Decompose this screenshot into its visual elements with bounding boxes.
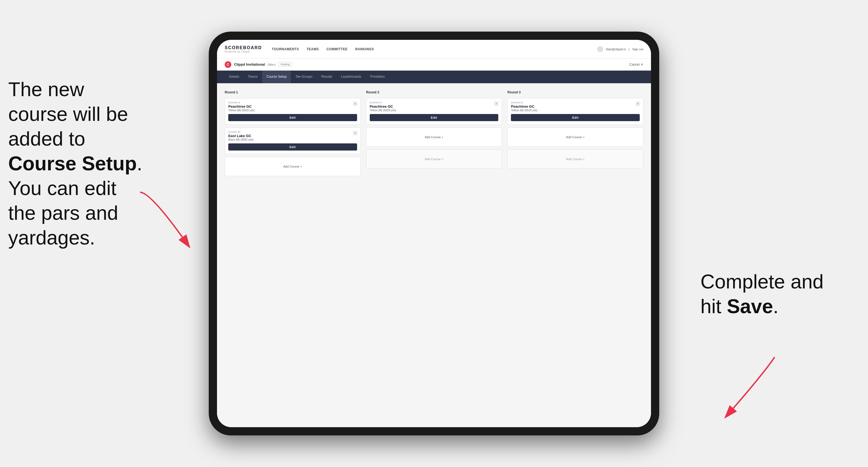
add-course-r2-active[interactable]: Add Course + bbox=[366, 127, 502, 147]
tab-details[interactable]: Details bbox=[225, 71, 244, 83]
tablet-frame: SCOREBOARD Powered by clippd TOURNAMENTS… bbox=[209, 32, 659, 435]
edit-button-r1b[interactable]: Edit bbox=[228, 144, 357, 151]
round-2-col: Round 2 ✕ (Course A) Peachtree GC Yellow… bbox=[366, 90, 502, 176]
round-3-label: Round 3 bbox=[507, 90, 643, 94]
main-content: Round 1 ✕ (Course A) Peachtree GC Yellow… bbox=[217, 83, 651, 427]
rounds-grid: Round 1 ✕ (Course A) Peachtree GC Yellow… bbox=[225, 90, 643, 176]
course-details-r1a: Yellow (M) (6629 yds) bbox=[228, 109, 357, 112]
course-name-r1b: East Lake GC bbox=[228, 134, 357, 138]
add-course-r3-active[interactable]: Add Course + bbox=[507, 127, 643, 147]
nav-teams[interactable]: TEAMS bbox=[307, 46, 319, 52]
add-course-r2-disabled: Add Course + bbox=[366, 150, 502, 169]
course-name-r3a: Peachtree GC bbox=[511, 104, 640, 108]
add-course-label-r3-active: Add Course + bbox=[566, 135, 585, 139]
tournament-info: C Clippd Invitational (Men) Hosting bbox=[225, 61, 292, 68]
tab-results[interactable]: Results bbox=[317, 71, 337, 83]
right-annotation: Complete and hit Save. bbox=[701, 269, 860, 319]
course-tag-r1b: (Course B) bbox=[228, 130, 357, 133]
course-card-r1b: ✕ (Course B) East Lake GC Black (M) (689… bbox=[225, 127, 361, 154]
delete-icon-r1a[interactable]: ✕ bbox=[353, 101, 358, 106]
sub-header: C Clippd Invitational (Men) Hosting Canc… bbox=[217, 59, 651, 71]
round-1-label: Round 1 bbox=[225, 90, 361, 94]
course-tag-r2a: (Course A) bbox=[370, 101, 499, 104]
edit-button-r3a[interactable]: Edit bbox=[511, 114, 640, 121]
course-tag-r1a: (Course A) bbox=[228, 101, 357, 104]
course-card-r2a: ✕ (Course A) Peachtree GC Yellow (M) (66… bbox=[366, 98, 502, 125]
sign-out-link[interactable]: Sign out bbox=[632, 48, 643, 51]
course-name-r2a: Peachtree GC bbox=[370, 104, 499, 108]
edit-button-r2a[interactable]: Edit bbox=[370, 114, 499, 121]
tab-teams[interactable]: Teams bbox=[244, 71, 262, 83]
delete-icon-r1b[interactable]: ✕ bbox=[353, 130, 358, 135]
tab-course-setup[interactable]: Course Setup bbox=[262, 71, 291, 83]
round-2-label: Round 2 bbox=[366, 90, 502, 94]
user-area: blair@clippd.io | Sign out bbox=[597, 46, 643, 52]
delete-icon-r3a[interactable]: ✕ bbox=[636, 101, 640, 106]
sign-out-separator: | bbox=[629, 48, 629, 51]
tab-leaderboards[interactable]: Leaderboards bbox=[337, 71, 366, 83]
nav-rankings[interactable]: RANKINGS bbox=[355, 46, 374, 52]
logo-sub: Powered by clippd bbox=[225, 50, 262, 53]
course-name-r1a: Peachtree GC bbox=[228, 104, 357, 108]
tablet-screen: SCOREBOARD Powered by clippd TOURNAMENTS… bbox=[217, 40, 651, 427]
tournament-gender: (Men) bbox=[268, 63, 276, 66]
nav-links: TOURNAMENTS TEAMS COMMITTEE RANKINGS bbox=[272, 46, 597, 52]
add-course-r1[interactable]: Add Course + bbox=[225, 157, 361, 176]
add-course-label-r2-disabled: Add Course + bbox=[425, 157, 443, 161]
clippd-logo: C bbox=[225, 61, 231, 68]
edit-button-r1a[interactable]: Edit bbox=[228, 114, 357, 121]
cancel-button[interactable]: Cancel ✕ bbox=[629, 63, 643, 66]
add-course-label-r3-disabled: Add Course + bbox=[566, 157, 585, 161]
tournament-name: Clippd Invitational bbox=[234, 62, 265, 66]
top-nav: SCOREBOARD Powered by clippd TOURNAMENTS… bbox=[217, 40, 651, 59]
nav-tournaments[interactable]: TOURNAMENTS bbox=[272, 46, 299, 52]
tab-tee-groups[interactable]: Tee Groups bbox=[291, 71, 317, 83]
logo-area: SCOREBOARD Powered by clippd bbox=[225, 45, 262, 53]
right-arrow bbox=[692, 352, 780, 429]
delete-icon-r2a[interactable]: ✕ bbox=[494, 101, 499, 106]
add-course-label-r1: Add Course + bbox=[283, 165, 302, 168]
add-course-label-r2-active: Add Course + bbox=[425, 135, 443, 139]
course-card-r3a: ✕ (Course A) Peachtree GC Yellow (M) (66… bbox=[507, 98, 643, 125]
course-details-r2a: Yellow (M) (6629 yds) bbox=[370, 109, 499, 112]
nav-committee[interactable]: COMMITTEE bbox=[327, 46, 348, 52]
user-email: blair@clippd.io bbox=[606, 48, 626, 51]
tab-printables[interactable]: Printables bbox=[366, 71, 389, 83]
course-tag-r3a: (Course A) bbox=[511, 101, 640, 104]
hosting-badge: Hosting bbox=[278, 62, 292, 67]
tab-bar: Details Teams Course Setup Tee Groups Re… bbox=[217, 71, 651, 83]
user-avatar bbox=[597, 46, 603, 52]
course-details-r1b: Black (M) (6891 yds) bbox=[228, 138, 357, 141]
logo-text: SCOREBOARD bbox=[225, 45, 262, 50]
add-course-r3-disabled: Add Course + bbox=[507, 150, 643, 169]
round-1-col: Round 1 ✕ (Course A) Peachtree GC Yellow… bbox=[225, 90, 361, 176]
round-3-col: Round 3 ✕ (Course A) Peachtree GC Yellow… bbox=[507, 90, 643, 176]
save-bold: Save bbox=[727, 295, 773, 317]
course-card-r1a: ✕ (Course A) Peachtree GC Yellow (M) (66… bbox=[225, 98, 361, 125]
course-details-r3a: Yellow (M) (6629 yds) bbox=[511, 109, 640, 112]
course-setup-bold: Course Setup bbox=[8, 152, 137, 175]
